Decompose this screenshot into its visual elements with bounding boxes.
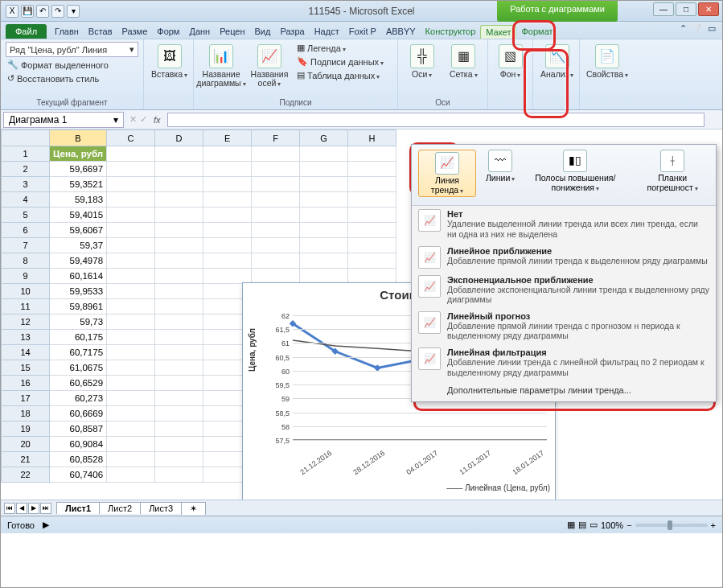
row-header[interactable]: 2	[2, 162, 50, 177]
updown-bars-button[interactable]: ▮▯Полосы повышения/понижения	[524, 150, 626, 192]
cell-B14[interactable]: 60,7175	[50, 345, 107, 360]
tab-formulas[interactable]: Форм	[152, 24, 184, 39]
cell-B19[interactable]: 60,8587	[50, 421, 107, 437]
cell-B5[interactable]: 59,4015	[50, 208, 107, 223]
row-header[interactable]: 18	[2, 406, 50, 421]
background-button[interactable]: ▧Фон	[493, 42, 528, 80]
cell-B13[interactable]: 60,175	[50, 330, 107, 345]
tab-view[interactable]: Вид	[250, 24, 276, 39]
cell-B9[interactable]: 60,1614	[50, 269, 107, 284]
gridlines-button[interactable]: ▦Сетка	[445, 42, 483, 80]
qat-more-icon[interactable]: ▾	[67, 5, 80, 18]
chart-element-selector[interactable]: Ряд "Цена, рубл" Линия▾	[6, 42, 138, 57]
tab-foxit[interactable]: Foxit P	[344, 24, 381, 39]
trendline-button[interactable]: 📈 Линия тренда	[418, 150, 476, 197]
col-header-D[interactable]: D	[155, 130, 203, 146]
cell-B22[interactable]: 60,7406	[50, 467, 107, 483]
tab-data[interactable]: Данн	[184, 24, 215, 39]
cell-B10[interactable]: 59,9533	[50, 284, 107, 299]
trendline-more-options[interactable]: Дополнительные параметры линии тренда...	[412, 380, 716, 401]
select-all-corner[interactable]	[2, 130, 50, 146]
row-header[interactable]: 21	[2, 452, 50, 467]
cell-B1[interactable]: Цена, рубл	[50, 146, 107, 162]
sheet-nav-last[interactable]: ⏭	[40, 503, 51, 514]
insert-shape-button[interactable]: 🖼Вставка	[149, 42, 190, 80]
new-sheet-tab[interactable]: ✶	[181, 502, 206, 515]
save-icon[interactable]: 💾	[21, 5, 34, 18]
maximize-button[interactable]: □	[676, 2, 696, 16]
row-header[interactable]: 14	[2, 345, 50, 360]
zoom-out-button[interactable]: −	[626, 520, 631, 530]
row-header[interactable]: 10	[2, 284, 50, 299]
redo-icon[interactable]: ↷	[51, 5, 64, 18]
data-table-button[interactable]: ▤ Таблица данных	[295, 69, 385, 81]
undo-icon[interactable]: ↶	[36, 5, 49, 18]
chart-title-button[interactable]: 📊Название диаграммы	[199, 42, 244, 88]
cell-B16[interactable]: 60,6529	[50, 376, 107, 391]
row-header[interactable]: 15	[2, 360, 50, 376]
formula-input[interactable]	[167, 113, 705, 127]
col-header-B[interactable]: B	[50, 130, 107, 146]
name-box[interactable]: Диаграмма 1▾	[3, 112, 124, 128]
row-header[interactable]: 22	[2, 467, 50, 483]
window-options-icon[interactable]: ▭	[708, 23, 716, 34]
close-button[interactable]: ✕	[698, 2, 719, 16]
format-selection-button[interactable]: 🔧 Формат выделенного	[6, 59, 138, 71]
trendline-option[interactable]: 📈 Линейный прогнозДобавление прямой лини…	[412, 308, 716, 344]
help-icon[interactable]: ❔	[692, 23, 703, 34]
cell-B15[interactable]: 61,0675	[50, 360, 107, 376]
axis-titles-button[interactable]: 📈Названия осей	[247, 42, 292, 88]
view-normal-icon[interactable]: ▦	[567, 520, 575, 530]
zoom-in-button[interactable]: +	[711, 520, 716, 530]
tab-abbyy[interactable]: ABBYY	[381, 24, 421, 39]
row-header[interactable]: 4	[2, 192, 50, 208]
cell-B18[interactable]: 60,6669	[50, 406, 107, 421]
row-header[interactable]: 20	[2, 437, 50, 452]
row-header[interactable]: 12	[2, 315, 50, 330]
cell-B7[interactable]: 59,37	[50, 238, 107, 253]
trendline-option[interactable]: 📈 Линейная фильтрацияДобавление линии тр…	[412, 344, 716, 380]
col-header-E[interactable]: E	[203, 130, 252, 146]
row-header[interactable]: 8	[2, 253, 50, 269]
cell-B3[interactable]: 59,3521	[50, 177, 107, 192]
view-pagelayout-icon[interactable]: ▤	[578, 520, 586, 530]
tab-insert[interactable]: Встав	[84, 24, 117, 39]
row-header[interactable]: 16	[2, 376, 50, 391]
trendline-option[interactable]: 📈 Экспоненциальное приближениеДобавление…	[412, 272, 716, 308]
zoom-slider[interactable]	[635, 524, 708, 527]
row-header[interactable]: 1	[2, 146, 50, 162]
reset-style-button[interactable]: ↺ Восстановить стиль	[6, 72, 138, 84]
sheet-nav-prev[interactable]: ◀	[16, 503, 27, 514]
col-header-C[interactable]: C	[107, 130, 155, 146]
sheet-tab-3[interactable]: Лист3	[140, 502, 182, 514]
trendline-option[interactable]: 📈 НетУдаление выделенной линии тренда ил…	[412, 206, 716, 242]
cell-B21[interactable]: 60,8528	[50, 452, 107, 467]
cell-B6[interactable]: 59,6067	[50, 223, 107, 238]
cell-B4[interactable]: 59,183	[50, 192, 107, 208]
col-header-F[interactable]: F	[252, 130, 300, 146]
sheet-tab-1[interactable]: Лист1	[56, 502, 100, 514]
sheet-nav-next[interactable]: ▶	[28, 503, 39, 514]
tab-home[interactable]: Главн	[50, 24, 84, 39]
cell-B8[interactable]: 59,4978	[50, 253, 107, 269]
cell-B11[interactable]: 59,8961	[50, 299, 107, 315]
col-header-G[interactable]: G	[300, 130, 348, 146]
tab-chart-layout[interactable]: Макет	[480, 25, 516, 39]
row-header[interactable]: 9	[2, 269, 50, 284]
tab-review[interactable]: Рецен	[215, 24, 249, 39]
file-tab[interactable]: Файл	[6, 24, 47, 39]
row-header[interactable]: 3	[2, 177, 50, 192]
sheet-tab-2[interactable]: Лист2	[99, 502, 141, 514]
view-pagebreak-icon[interactable]: ▭	[589, 520, 598, 530]
sheet-nav-first[interactable]: ⏮	[4, 503, 15, 514]
zoom-level[interactable]: 100%	[601, 520, 623, 530]
ribbon-minimize-icon[interactable]: ⌃	[680, 23, 687, 34]
cell-B20[interactable]: 60,9084	[50, 437, 107, 452]
row-header[interactable]: 11	[2, 299, 50, 315]
row-header[interactable]: 6	[2, 223, 50, 238]
tab-pagelayout[interactable]: Разме	[117, 24, 153, 39]
row-header[interactable]: 7	[2, 238, 50, 253]
trendline-option[interactable]: 📈 Линейное приближениеДобавление прямой …	[412, 243, 716, 272]
tab-chart-format[interactable]: Формат	[516, 24, 557, 39]
cell-B17[interactable]: 60,273	[50, 391, 107, 406]
